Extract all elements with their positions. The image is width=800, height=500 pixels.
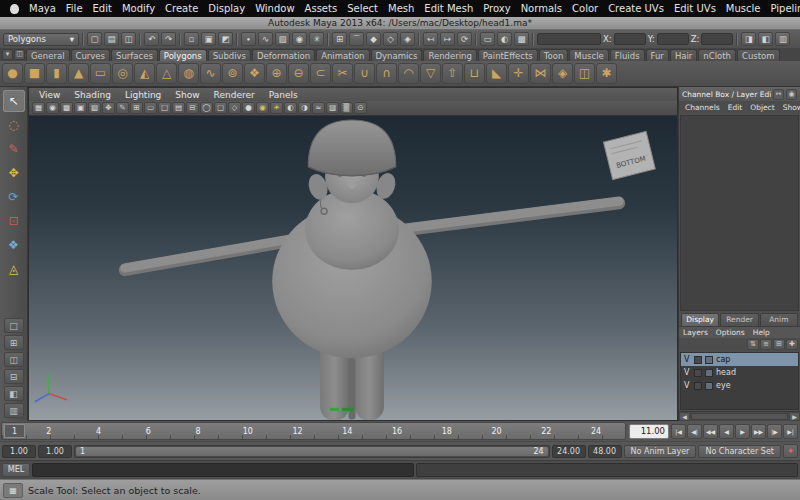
single-pane-layout[interactable]: □ (4, 318, 24, 333)
shelf-tab[interactable]: Hair (670, 49, 697, 61)
axis-input[interactable] (614, 33, 646, 45)
poly-cube-icon[interactable]: ■ (24, 63, 45, 84)
shadows-icon[interactable]: ◐ (284, 102, 297, 114)
attribute-editor-toggle-icon[interactable]: ◨ (741, 32, 756, 46)
combine-icon[interactable]: ⊕ (266, 63, 287, 84)
ipr-render-icon[interactable]: ◐ (497, 32, 512, 46)
safe-action-icon[interactable]: ◯ (200, 102, 213, 114)
menu-item[interactable]: Proxy (478, 3, 515, 14)
layer-editor-tab[interactable]: Anim (760, 313, 798, 326)
poly-cylinder-icon[interactable]: ▮ (46, 63, 67, 84)
grid-icon[interactable]: ⊞ (130, 102, 143, 114)
layer-display-type-box[interactable] (694, 382, 702, 390)
shelf-tab[interactable]: Surfaces (111, 49, 158, 61)
textured-mode-icon[interactable]: ◉ (256, 102, 269, 114)
shelf-tab[interactable]: Subdivs (208, 49, 251, 61)
field-chart-icon[interactable]: ⊟ (186, 102, 199, 114)
layer-editor-menu-item[interactable]: Layers (683, 328, 708, 337)
go-to-start-button[interactable]: |◀ (671, 424, 686, 439)
layer-color-swatch[interactable] (705, 369, 713, 377)
menu-item[interactable]: Create UVs (603, 3, 669, 14)
new-scene-icon[interactable]: ▢ (87, 32, 102, 46)
menu-item[interactable]: Window (250, 3, 299, 14)
layer-list-icon[interactable]: ≡ (760, 339, 772, 350)
layer-display-type-box[interactable] (694, 369, 702, 377)
shaded-mode-icon[interactable]: ● (242, 102, 255, 114)
bridge-icon[interactable]: ⊔ (464, 63, 485, 84)
select-object-icon[interactable]: ▣ (201, 32, 216, 46)
menu-item[interactable]: Edit UVs (669, 3, 721, 14)
menu-item[interactable]: Muscle (721, 3, 766, 14)
render-settings-icon[interactable]: ▩ (514, 32, 529, 46)
layer-visibility-toggle[interactable]: V (684, 381, 691, 390)
construction-history-icon[interactable]: ⟳ (457, 32, 472, 46)
layer-color-swatch[interactable] (705, 356, 713, 364)
camera-attributes-icon[interactable]: ▩ (60, 102, 73, 114)
mask-points-icon[interactable]: ∙ (241, 32, 256, 46)
image-plane-icon[interactable]: ▧ (88, 102, 101, 114)
cut-faces-icon[interactable]: ✂ (332, 63, 353, 84)
axis-input[interactable] (701, 33, 733, 45)
channel-list-area[interactable] (680, 115, 799, 311)
menu-item[interactable]: Modify (117, 3, 160, 14)
two-pane-stack-layout[interactable]: ⊟ (4, 369, 24, 384)
go-to-end-button[interactable]: ▶| (783, 424, 798, 439)
xray-icon[interactable]: ▒ (340, 102, 353, 114)
output-connections-icon[interactable]: ↦ (440, 32, 455, 46)
layer-editor-menu-item[interactable]: Help (753, 328, 770, 337)
scroll-track[interactable] (691, 413, 788, 420)
poly-cone-icon[interactable]: ▲ (68, 63, 89, 84)
boolean-intersect-icon[interactable]: ∩ (376, 63, 397, 84)
playback-start-field[interactable]: 1.00 (38, 445, 72, 458)
extrude-icon[interactable]: ⇧ (442, 63, 463, 84)
layer-visibility-toggle[interactable]: V (684, 368, 691, 377)
channel-box-toggle-icon[interactable]: ▥ (775, 32, 790, 46)
shelf-tab[interactable]: Fur (646, 49, 669, 61)
current-time-field[interactable]: 11.00 (629, 424, 669, 439)
menu-item[interactable]: Select (342, 3, 383, 14)
menu-item[interactable]: Edit Mesh (419, 3, 478, 14)
grease-pencil-icon[interactable]: ✎ (116, 102, 129, 114)
shelf-tab[interactable]: Fluids (610, 49, 645, 61)
soft-modification-tool[interactable]: ◬ (3, 258, 25, 280)
shelf-editor-icon[interactable]: ◫ (14, 49, 25, 60)
mirror-geometry-icon[interactable]: ◫ (574, 63, 595, 84)
poly-torus-icon[interactable]: ◎ (112, 63, 133, 84)
layer-display-type-box[interactable] (694, 356, 702, 364)
lasso-tool[interactable]: ◌ (3, 114, 25, 136)
step-forward-key-button[interactable]: ▶▶ (751, 424, 766, 439)
hypershade-persp-layout[interactable]: ▥ (4, 403, 24, 418)
new-empty-layer-icon[interactable]: ⊞ (773, 339, 785, 350)
menu-item[interactable]: Assets (300, 3, 343, 14)
play-backward-button[interactable]: ◀ (719, 424, 734, 439)
channel-box-menu-item[interactable]: Object (746, 103, 778, 112)
channel-slider-icon[interactable]: ↔ (773, 89, 784, 100)
panel-menu-item[interactable]: Renderer (207, 90, 262, 100)
open-scene-icon[interactable]: ▤ (104, 32, 119, 46)
shelf-tab[interactable]: Deformation (252, 49, 315, 61)
select-camera-icon[interactable]: ▦ (32, 102, 45, 114)
sculpt-tool-icon[interactable]: ✱ (596, 63, 617, 84)
menu-item[interactable]: Maya (24, 3, 61, 14)
viewport-canvas[interactable]: BOTTOM (29, 116, 677, 420)
poly-sphere-icon[interactable]: ● (2, 63, 23, 84)
rotate-tool[interactable]: ⟳ (3, 186, 25, 208)
use-lights-icon[interactable]: ☀ (270, 102, 283, 114)
gate-mask-icon[interactable]: ▤ (172, 102, 185, 114)
universal-manipulator-tool[interactable]: ❖ (3, 234, 25, 256)
four-pane-layout[interactable]: ⊞ (4, 335, 24, 350)
current-frame-indicator[interactable]: 1 (4, 424, 25, 438)
menu-item[interactable]: Mesh (383, 3, 419, 14)
layer-editor-tab[interactable]: Display (681, 313, 719, 326)
scroll-right-icon[interactable]: ▶ (789, 412, 800, 421)
menu-item[interactable]: Color (567, 3, 603, 14)
scroll-left-icon[interactable]: ◀ (679, 412, 690, 421)
panel-menu-item[interactable]: Show (168, 90, 206, 100)
help-line-icon[interactable]: ▦ (3, 483, 23, 498)
step-back-key-button[interactable]: ◀◀ (703, 424, 718, 439)
motion-blur-icon[interactable]: ≈ (312, 102, 325, 114)
menu-item[interactable]: Edit (88, 3, 117, 14)
wireframe-mode-icon[interactable]: ◇ (228, 102, 241, 114)
input-connections-icon[interactable]: ↤ (423, 32, 438, 46)
layer-editor-menu-item[interactable]: Options (716, 328, 745, 337)
